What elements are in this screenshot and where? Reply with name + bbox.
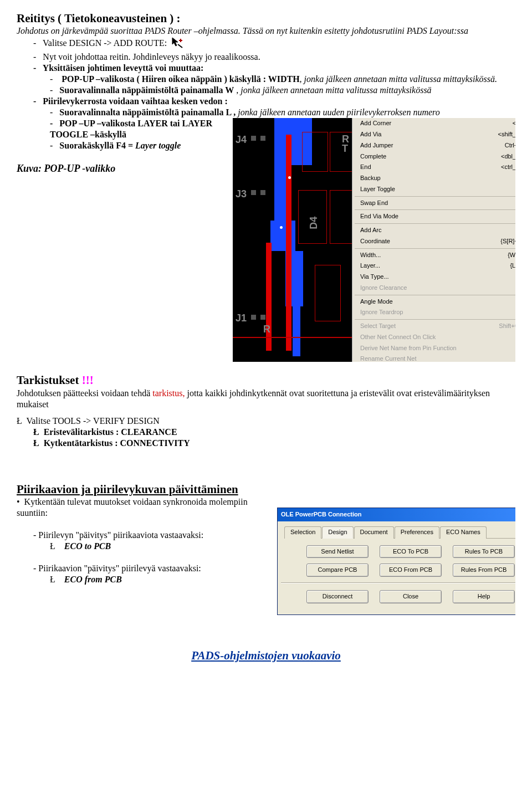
component-outline <box>315 265 341 321</box>
menu-item-label: Via Type... <box>360 273 389 281</box>
menu-item-shortcut: <shift_click> <box>498 131 515 139</box>
menu-separator <box>355 319 515 320</box>
menu-item[interactable]: Angle Mode <box>352 296 515 308</box>
tarkistukset-heading: Tarkistukset <box>17 373 82 387</box>
menu-item-shortcut: Ctrl+Alt+J <box>505 142 515 150</box>
menu-item-label: Add Jumper <box>360 142 393 150</box>
paiv-bullet: • Kytkentään tulevat muutokset voidaan s… <box>17 496 260 519</box>
ole-button[interactable]: ECO From PCB <box>380 564 442 577</box>
menu-item: Select TargetShift+Ctrl+Z <box>352 321 515 332</box>
tk-bullet-2: Ł Eristevälitarkistus : CLEARANCE <box>33 427 515 438</box>
menu-separator <box>355 209 515 210</box>
bullet-1-text: Valitse DESIGN -> ADD ROUTE: <box>43 38 167 48</box>
menu-item[interactable]: Swap End <box>352 198 515 209</box>
menu-item: Ignore Teardrop <box>352 307 515 318</box>
menu-item[interactable]: Complete<dbl_click> <box>352 151 515 162</box>
menu-item-label: End <box>360 163 371 171</box>
menu-item[interactable]: Add Via<shift_click> <box>352 129 515 140</box>
paiv-line-a: - Piirilevyn "päivitys" piirikaaviota va… <box>33 530 260 541</box>
menu-item-shortcut: {S[R]<x,y>} <box>500 238 515 245</box>
menu-item-label: Add Via <box>360 131 381 139</box>
tk-body-red: tarkistus, <box>152 388 185 398</box>
menu-item-shortcut: {W<nn>} <box>508 252 515 259</box>
trace-red <box>286 135 291 351</box>
menu-item[interactable]: Add Corner<click> <box>352 118 515 129</box>
tk-bullet-3-text: Kytkentätarkistus : CONNECTIVITY <box>44 438 190 448</box>
menu-item-label: Complete <box>360 153 386 161</box>
pin-pad <box>251 190 256 195</box>
paiv-sub-a-text: ECO to PCB <box>64 541 111 551</box>
menu-item: Ignore Clearance <box>352 283 515 294</box>
menu-item: Rename Current Net <box>352 354 515 362</box>
bullet-4b: - POP –UP –valikosta LAYER tai LAYER TOO… <box>50 118 227 140</box>
bullet-4a: - Suoravalinnalta näppäimistöltä painama… <box>50 107 515 118</box>
menu-item[interactable]: Add JumperCtrl+Alt+J <box>352 140 515 151</box>
ole-tab[interactable]: Preferences <box>395 526 439 539</box>
menu-item[interactable]: Add Arc <box>352 225 515 236</box>
menu-item-label: Other Net Connect On Click <box>360 334 436 341</box>
ole-button[interactable]: Disconnect <box>306 590 369 603</box>
bullet-3a: - POP-UP –valikosta ( Hiiren oikea näppä… <box>50 74 515 85</box>
menu-item-label: Derive Net Name from Pin Function <box>360 345 457 352</box>
paiv-bullet-text: Kytkentään tulevat muutokset voidaan syn… <box>17 497 248 518</box>
menu-item[interactable]: Width...{W<nn>} <box>352 250 515 261</box>
footer-link[interactable]: PADS-ohjelmistojen vuokaavio <box>191 649 341 662</box>
menu-item[interactable]: BackupBack <box>352 173 515 184</box>
ole-button[interactable]: ECO To PCB <box>380 545 442 559</box>
menu-item[interactable]: Layer ToggleF4 <box>352 184 515 195</box>
bullet-4c-italic: Layer toggle <box>135 141 181 150</box>
board-edge <box>233 337 352 338</box>
menu-item-label: Layer Toggle <box>360 186 395 193</box>
ole-tab[interactable]: ECO Names <box>440 526 487 539</box>
menu-item-label: End Via Mode <box>360 213 398 221</box>
menu-item-label: Select Target <box>360 322 396 330</box>
menu-item-label: Backup <box>360 175 381 182</box>
silkscreen-label-j1: J1 <box>236 312 247 325</box>
ole-separator <box>281 582 515 583</box>
silkscreen-label-j4: J4 <box>236 134 247 146</box>
menu-item[interactable]: End Via Mode <box>352 211 515 222</box>
paiv-line-b: - Piirikaavion "päivitys" piirilevyä vas… <box>33 563 260 574</box>
ole-button[interactable]: Rules To PCB <box>453 545 515 559</box>
bullet-3: - Yksittäisen johtimen leveyttä voi muut… <box>33 63 515 74</box>
menu-item[interactable]: End<ctrl_click> <box>352 162 515 173</box>
silkscreen-label-j3: J3 <box>236 188 247 201</box>
silkscreen-label-d4: D4 <box>308 217 320 229</box>
ole-tab-strip: SelectionDesignDocumentPreferencesECO Na… <box>284 526 515 539</box>
footer: PADS-ohjelmistojen vuokaavio <box>17 648 515 663</box>
paiv-sub-b-text: ECO from PCB <box>64 575 122 584</box>
ole-button[interactable]: Rules From PCB <box>453 564 515 577</box>
ole-button[interactable]: Close <box>380 590 442 603</box>
menu-item-label: Ignore Clearance <box>360 284 407 292</box>
component-outline <box>330 132 353 172</box>
ole-tab[interactable]: Design <box>322 526 353 539</box>
menu-item-shortcut: Shift+Ctrl+Z <box>499 322 515 330</box>
trace-blue <box>270 221 295 251</box>
bullet-2: - Nyt voit johdottaa reitin. Johdinlevey… <box>33 52 515 63</box>
tarkistukset-excl: !!! <box>82 373 94 387</box>
intro-text: Johdotus on järkevämpää suorittaa PADS R… <box>17 25 515 37</box>
menu-item[interactable]: Layer...{L<nn>} <box>352 260 515 272</box>
menu-item-shortcut: <ctrl_click> <box>501 163 515 171</box>
bullet-3b-italic: , jonka jälkeen annetaan mitta valitussa… <box>236 85 431 95</box>
ole-button[interactable]: Send Netlist <box>306 545 369 559</box>
ole-button[interactable]: Help <box>453 590 515 603</box>
ole-button-row-3: DisconnectCloseHelp <box>284 590 515 603</box>
bullet-3a-bold: POP-UP –valikosta ( Hiiren oikea näppäin… <box>62 74 299 84</box>
silkscreen-label-rt: RT <box>342 135 349 153</box>
menu-item: Derive Net Name from Pin Function <box>352 343 515 354</box>
menu-item[interactable]: Coordinate{S[R]<x,y>} <box>352 236 515 247</box>
menu-item-shortcut: <click> <box>513 120 515 127</box>
bullet-2-text: Nyt voit johdottaa reitin. Johdinleveys … <box>43 52 260 62</box>
ole-button[interactable]: Compare PCB <box>306 564 369 577</box>
menu-item[interactable]: Via Type... <box>352 272 515 283</box>
ole-title-bar: OLE PowerPCB Connection ✕ <box>278 508 515 521</box>
bullet-4b-text: POP –UP –valikosta LAYER tai LAYER TOOGL… <box>50 119 212 139</box>
paivittaminen-heading: Piirikaavion ja piirilevykuvan päivittäm… <box>17 482 515 496</box>
menu-separator <box>355 248 515 249</box>
bullet-4c-bold: Suorakäskyllä F4 = <box>59 141 135 150</box>
bullet-3b: - Suoravalinnalla näppäimistöltä painama… <box>50 85 515 96</box>
context-menu[interactable]: Add Corner<click>Add Via<shift_click>Add… <box>352 118 515 362</box>
ole-tab[interactable]: Document <box>354 526 394 539</box>
ole-tab[interactable]: Selection <box>284 526 321 539</box>
